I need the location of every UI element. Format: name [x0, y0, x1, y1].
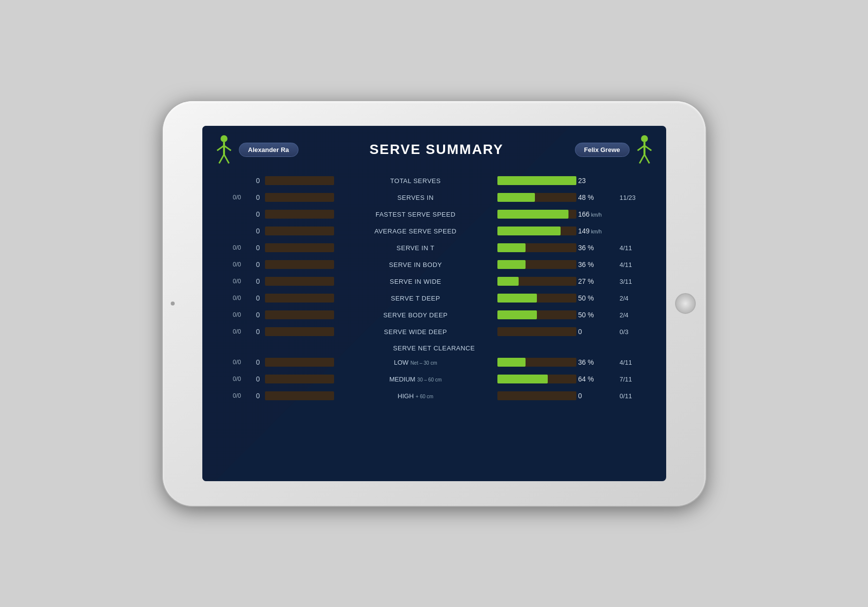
right-value-serve_body_deep: 50 % [578, 311, 618, 319]
player-left-icon [214, 135, 234, 164]
left-number-serves_in: 0 [243, 193, 263, 201]
stat-label-serve_body_deep: SERVE BODY DEEP [336, 311, 495, 319]
stat-row-total_serves: 0TOTAL SERVES23 [214, 172, 654, 189]
right-value-serve_in_t: 36 % [578, 244, 618, 252]
right-value-high: 0 [578, 392, 618, 400]
svg-line-3 [224, 146, 231, 151]
player-right: Felix Grewe [575, 135, 654, 164]
right-bar-serve_t_deep [497, 294, 576, 303]
right-bar-serve_in_body [497, 260, 576, 269]
stat-row-average_serve: 0AVERAGE SERVE SPEED149 km/h [214, 223, 654, 239]
stat-label-high: HIGH+ 60 cm [336, 392, 495, 400]
right-value-serve_in_body: 36 % [578, 261, 618, 268]
left-bar-serve_in_t [265, 243, 334, 252]
stat-label-medium: MEDIUM30 – 60 cm [336, 376, 495, 383]
stat-row-serve_body_deep: 0/00SERVE BODY DEEP50 %2/4 [214, 306, 654, 323]
stat-row-serve_in_t: 0/00SERVE IN T36 %4/11 [214, 239, 654, 256]
right-bar-serve_in_wide [497, 277, 576, 286]
left-number-fastest_serve: 0 [243, 210, 263, 218]
side-button [171, 302, 175, 305]
stat-row-serves_in: 0/00SERVES IN48 %11/23 [214, 189, 654, 206]
stat-label-serve_t_deep: SERVE T DEEP [336, 295, 495, 302]
right-value-medium: 64 % [578, 375, 618, 383]
right-value-average_serve: 149 km/h [578, 227, 618, 235]
right-value-serve_t_deep: 50 % [578, 294, 618, 302]
left-number-serve_in_t: 0 [243, 244, 263, 252]
home-button[interactable] [675, 293, 696, 314]
right-fraction-serve_t_deep: 2/4 [620, 295, 654, 302]
right-fraction-serve_in_t: 4/11 [620, 244, 654, 252]
left-bar-medium [265, 375, 334, 383]
stat-label-serve_in_wide: SERVE IN WIDE [336, 278, 495, 285]
stat-row-fastest_serve: 0FASTEST SERVE SPEED166 km/h [214, 206, 654, 223]
left-bar-average_serve [265, 227, 334, 235]
tablet-screen: Alexander Ra SERVE SUMMARY Felix Grewe [202, 126, 666, 481]
left-fraction-medium: 0/0 [214, 376, 241, 382]
left-number-serve_t_deep: 0 [243, 294, 263, 302]
right-fraction-medium: 7/11 [620, 376, 654, 383]
stat-row-serve_in_body: 0/00SERVE IN BODY36 %4/11 [214, 256, 654, 273]
left-fraction-serve_body_deep: 0/0 [214, 311, 241, 318]
stat-label-low: LOWNet – 30 cm [336, 359, 495, 366]
right-bar-fastest_serve [497, 210, 576, 219]
left-number-total_serves: 0 [243, 177, 263, 185]
right-bar-serve_in_t [497, 243, 576, 252]
svg-line-5 [224, 154, 229, 163]
stat-label-serves_in: SERVES IN [336, 194, 495, 201]
player-right-button[interactable]: Felix Grewe [575, 143, 630, 157]
left-bar-serve_body_deep [265, 310, 334, 319]
svg-point-0 [221, 135, 227, 142]
left-number-low: 0 [243, 358, 263, 366]
svg-line-9 [644, 146, 651, 151]
stat-row-serve_wide_deep: 0/00SERVE WIDE DEEP00/3 [214, 323, 654, 340]
left-fraction-serve_in_t: 0/0 [214, 244, 241, 251]
left-bar-serves_in [265, 193, 334, 202]
tablet-frame: Alexander Ra SERVE SUMMARY Felix Grewe [163, 101, 706, 506]
right-bar-serves_in [497, 193, 576, 202]
right-fraction-serve_in_wide: 3/11 [620, 278, 654, 285]
stat-label-fastest_serve: FASTEST SERVE SPEED [336, 211, 495, 218]
left-fraction-low: 0/0 [214, 359, 241, 366]
svg-line-4 [219, 154, 224, 163]
stat-row-high: 0/00HIGH+ 60 cm00/11 [214, 387, 654, 404]
screen-content: Alexander Ra SERVE SUMMARY Felix Grewe [202, 126, 666, 481]
right-bar-high [497, 391, 576, 400]
left-bar-serve_t_deep [265, 294, 334, 303]
stat-label-total_serves: TOTAL SERVES [336, 177, 495, 185]
svg-line-10 [640, 154, 644, 163]
player-left: Alexander Ra [214, 135, 299, 164]
left-number-serve_body_deep: 0 [243, 311, 263, 319]
right-fraction-serves_in: 11/23 [620, 194, 654, 201]
stat-label-average_serve: AVERAGE SERVE SPEED [336, 228, 495, 235]
right-value-total_serves: 23 [578, 177, 618, 185]
net-clearance-label: SERVE NET CLEARANCE [214, 342, 654, 352]
right-bar-low [497, 358, 576, 367]
left-number-serve_wide_deep: 0 [243, 328, 263, 336]
right-bar-medium [497, 375, 576, 383]
left-fraction-high: 0/0 [214, 392, 241, 399]
svg-line-8 [638, 146, 644, 151]
left-number-serve_in_body: 0 [243, 261, 263, 268]
right-bar-total_serves [497, 176, 576, 185]
right-value-low: 36 % [578, 358, 618, 366]
stat-row-serve_t_deep: 0/00SERVE T DEEP50 %2/4 [214, 290, 654, 306]
stat-label-serve_in_t: SERVE IN T [336, 244, 495, 252]
stat-row-medium: 0/00MEDIUM30 – 60 cm64 %7/11 [214, 371, 654, 387]
right-value-fastest_serve: 166 km/h [578, 210, 618, 218]
player-left-button[interactable]: Alexander Ra [239, 143, 299, 157]
left-bar-serve_in_body [265, 260, 334, 269]
left-bar-high [265, 391, 334, 400]
left-number-high: 0 [243, 392, 263, 400]
right-fraction-low: 4/11 [620, 359, 654, 366]
left-bar-low [265, 358, 334, 367]
left-bar-serve_wide_deep [265, 327, 334, 336]
right-bar-serve_body_deep [497, 310, 576, 319]
left-bar-total_serves [265, 176, 334, 185]
left-bar-fastest_serve [265, 210, 334, 219]
left-number-serve_in_wide: 0 [243, 277, 263, 285]
stat-label-serve_wide_deep: SERVE WIDE DEEP [336, 328, 495, 336]
left-fraction-serve_in_body: 0/0 [214, 261, 241, 268]
right-value-serve_in_wide: 27 % [578, 277, 618, 285]
right-fraction-serve_wide_deep: 0/3 [620, 328, 654, 336]
right-value-serve_wide_deep: 0 [578, 328, 618, 336]
